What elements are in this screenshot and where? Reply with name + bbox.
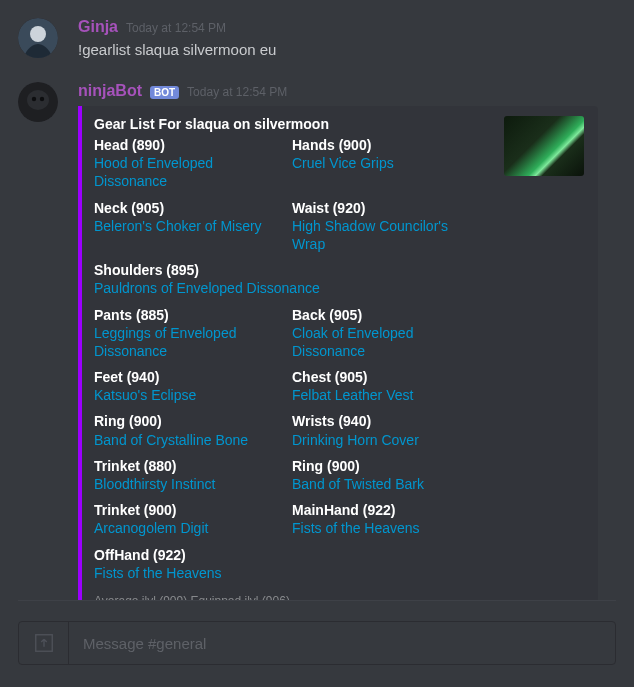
- embed-field: Neck (905)Beleron's Choker of Misery: [94, 199, 292, 254]
- field-value: Cruel Vice Grips: [292, 154, 476, 172]
- field-value: Cloak of Enveloped Dissonance: [292, 324, 476, 360]
- embed-field: Pants (885)Leggings of Enveloped Dissona…: [94, 306, 292, 361]
- field-value: Fists of the Heavens: [292, 519, 476, 537]
- author-name[interactable]: Ginja: [78, 18, 118, 36]
- field-name: Shoulders (895): [94, 261, 476, 279]
- embed-field: Trinket (880)Bloodthirsty Instinct: [94, 457, 292, 493]
- item-link[interactable]: Beleron's Choker of Misery: [94, 218, 262, 234]
- embed-field: Ring (900)Band of Twisted Bark: [292, 457, 490, 493]
- svg-point-1: [30, 26, 46, 42]
- field-value: Leggings of Enveloped Dissonance: [94, 324, 278, 360]
- item-link[interactable]: High Shadow Councilor's Wrap: [292, 218, 448, 252]
- item-link[interactable]: Katsuo's Eclipse: [94, 387, 196, 403]
- field-value: Bloodthirsty Instinct: [94, 475, 278, 493]
- svg-point-5: [40, 97, 44, 101]
- field-name: Chest (905): [292, 368, 476, 386]
- field-value: Felbat Leather Vest: [292, 386, 476, 404]
- field-name: Pants (885): [94, 306, 278, 324]
- message-timestamp: Today at 12:54 PM: [126, 21, 226, 35]
- field-name: MainHand (922): [292, 501, 476, 519]
- item-link[interactable]: Cruel Vice Grips: [292, 155, 394, 171]
- embed-field: Head (890)Hood of Enveloped Dissonance: [94, 136, 292, 191]
- embed-field: Shoulders (895)Pauldrons of Enveloped Di…: [94, 261, 490, 297]
- item-link[interactable]: Cloak of Enveloped Dissonance: [292, 325, 413, 359]
- field-name: Ring (900): [292, 457, 476, 475]
- embed-title: Gear List For slaqua on silvermoon: [94, 116, 490, 132]
- embed-field: Trinket (900)Arcanogolem Digit: [94, 501, 292, 537]
- svg-point-4: [32, 97, 36, 101]
- message-list: Ginja Today at 12:54 PM !gearlist slaqua…: [0, 0, 634, 600]
- field-name: Feet (940): [94, 368, 278, 386]
- item-link[interactable]: Hood of Enveloped Dissonance: [94, 155, 213, 189]
- field-name: Waist (920): [292, 199, 476, 217]
- field-name: Trinket (900): [94, 501, 278, 519]
- item-link[interactable]: Felbat Leather Vest: [292, 387, 413, 403]
- embed-fields: Head (890)Hood of Enveloped DissonanceHa…: [94, 136, 490, 590]
- embed-field: Back (905)Cloak of Enveloped Dissonance: [292, 306, 490, 361]
- embed: Gear List For slaqua on silvermoon Head …: [78, 106, 598, 600]
- field-value: Drinking Horn Cover: [292, 431, 476, 449]
- field-value: Fists of the Heavens: [94, 564, 476, 582]
- field-name: Neck (905): [94, 199, 278, 217]
- embed-thumbnail[interactable]: [504, 116, 584, 176]
- embed-field: Hands (900)Cruel Vice Grips: [292, 136, 490, 191]
- item-link[interactable]: Bloodthirsty Instinct: [94, 476, 215, 492]
- embed-field: Wrists (940)Drinking Horn Cover: [292, 412, 490, 448]
- item-link[interactable]: Drinking Horn Cover: [292, 432, 419, 448]
- item-link[interactable]: Band of Twisted Bark: [292, 476, 424, 492]
- field-name: Wrists (940): [292, 412, 476, 430]
- bot-tag: BOT: [150, 86, 179, 99]
- field-name: OffHand (922): [94, 546, 476, 564]
- field-value: Hood of Enveloped Dissonance: [94, 154, 278, 190]
- input-area: [0, 601, 634, 687]
- message: Ginja Today at 12:54 PM !gearlist slaqua…: [18, 18, 620, 60]
- field-value: Band of Crystalline Bone: [94, 431, 278, 449]
- embed-field: Waist (920)High Shadow Councilor's Wrap: [292, 199, 490, 254]
- avatar[interactable]: [18, 18, 58, 58]
- field-value: Arcanogolem Digit: [94, 519, 278, 537]
- embed-field: OffHand (922)Fists of the Heavens: [94, 546, 490, 582]
- field-value: Pauldrons of Enveloped Dissonance: [94, 279, 476, 297]
- embed-field: Chest (905)Felbat Leather Vest: [292, 368, 490, 404]
- field-name: Head (890): [94, 136, 278, 154]
- field-value: Band of Twisted Bark: [292, 475, 476, 493]
- item-link[interactable]: Band of Crystalline Bone: [94, 432, 248, 448]
- message-input[interactable]: [69, 635, 615, 652]
- item-link[interactable]: Pauldrons of Enveloped Dissonance: [94, 280, 320, 296]
- message-text: !gearlist slaqua silvermoon eu: [78, 39, 620, 60]
- field-value: Katsuo's Eclipse: [94, 386, 278, 404]
- message-input-container: [18, 621, 616, 665]
- item-link[interactable]: Leggings of Enveloped Dissonance: [94, 325, 236, 359]
- embed-field: MainHand (922)Fists of the Heavens: [292, 501, 490, 537]
- author-name[interactable]: ninjaBot: [78, 82, 142, 100]
- upload-icon: [33, 632, 55, 654]
- field-value: Beleron's Choker of Misery: [94, 217, 278, 235]
- item-link[interactable]: Arcanogolem Digit: [94, 520, 208, 536]
- item-link[interactable]: Fists of the Heavens: [94, 565, 222, 581]
- svg-point-3: [27, 90, 49, 110]
- message: ninjaBot BOT Today at 12:54 PM Gear List…: [18, 82, 620, 600]
- embed-field: Ring (900)Band of Crystalline Bone: [94, 412, 292, 448]
- field-name: Back (905): [292, 306, 476, 324]
- field-name: Hands (900): [292, 136, 476, 154]
- item-link[interactable]: Fists of the Heavens: [292, 520, 420, 536]
- message-timestamp: Today at 12:54 PM: [187, 85, 287, 99]
- embed-field: Feet (940)Katsuo's Eclipse: [94, 368, 292, 404]
- upload-button[interactable]: [19, 622, 69, 664]
- field-name: Ring (900): [94, 412, 278, 430]
- field-value: High Shadow Councilor's Wrap: [292, 217, 476, 253]
- avatar[interactable]: [18, 82, 58, 122]
- field-name: Trinket (880): [94, 457, 278, 475]
